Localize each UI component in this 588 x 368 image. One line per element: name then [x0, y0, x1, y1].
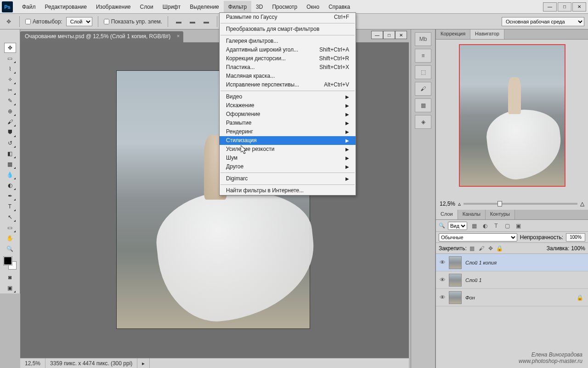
layer-row[interactable]: 👁Слой 1 [436, 271, 588, 289]
doc-maximize[interactable]: □ [383, 31, 395, 39]
filter-shape-icon[interactable]: ▢ [503, 222, 511, 230]
menu-item-найти-фильтры-в-интернете-[interactable]: Найти фильтры в Интернете... [220, 186, 356, 195]
quickmask-tool[interactable]: ◙ [4, 272, 16, 282]
align-center-icon[interactable]: ▬ [187, 17, 198, 27]
crop-tool[interactable]: ✂ [4, 85, 16, 95]
eraser-tool[interactable]: ◧ [4, 149, 16, 159]
menu-type[interactable]: Шрифт [158, 1, 185, 13]
document-tab[interactable]: Очарование мечты.psd @ 12,5% (Слой 1 коп… [20, 31, 183, 42]
styles-panel-icon[interactable]: ◈ [415, 115, 431, 129]
filter-pixel-icon[interactable]: ▦ [470, 222, 478, 230]
hand-tool[interactable]: ✋ [4, 233, 16, 243]
blur-tool[interactable]: 💧 [4, 170, 16, 180]
menu-filter[interactable]: Фильтр [224, 1, 251, 13]
menu-edit[interactable]: Редактирование [40, 1, 91, 13]
status-info[interactable]: 3359 пикс. x 4474 пикс. (300 ppi) [45, 358, 137, 368]
pen-tool[interactable]: ✒ [4, 191, 16, 201]
eyedropper-tool[interactable]: ✎ [4, 96, 16, 106]
lock-pixels-icon[interactable]: 🖌 [478, 245, 485, 252]
mini-bridge-icon[interactable]: Mb [415, 32, 431, 46]
layer-row[interactable]: 👁Фон🔒 [436, 289, 588, 306]
menu-item-галерея-фильтров-[interactable]: Галерея фильтров... [220, 37, 356, 46]
gradient-tool[interactable]: ▦ [4, 159, 16, 169]
foreground-color[interactable] [4, 257, 12, 265]
menu-item-размытие[interactable]: Размытие▶ [220, 119, 356, 127]
align-left-icon[interactable]: ▬ [174, 17, 184, 27]
tab-paths[interactable]: Контуры [486, 210, 515, 219]
menu-item-digimarc[interactable]: Digimarc▶ [220, 174, 356, 183]
tab-correction[interactable]: Коррекция [436, 29, 470, 39]
menu-item-масляная-краска-[interactable]: Масляная краска... [220, 72, 356, 80]
clone-stamp-tool[interactable]: ⛊ [4, 127, 16, 138]
menu-item-стилизация[interactable]: Стилизация▶ [220, 136, 356, 145]
swatches-panel-icon[interactable]: ▦ [415, 98, 431, 112]
layer-thumbnail[interactable] [449, 291, 462, 304]
autoselect-checkbox[interactable]: Автовыбор: [25, 18, 62, 25]
tab-navigator[interactable]: Навигатор [470, 29, 504, 39]
layer-name[interactable]: Слой 1 копия [465, 260, 497, 265]
menu-select[interactable]: Выделение [185, 1, 224, 13]
color-swatches[interactable] [4, 257, 17, 270]
tab-layers[interactable]: Слои [436, 210, 458, 219]
zoom-slider[interactable] [464, 203, 577, 205]
menu-image[interactable]: Изображение [91, 1, 136, 13]
autoselect-dropdown[interactable]: Слой [66, 17, 92, 26]
tab-channels[interactable]: Каналы [458, 210, 486, 219]
align-right-icon[interactable]: ▬ [201, 17, 211, 27]
menu-item-оформление[interactable]: Оформление▶ [220, 110, 356, 119]
layer-name[interactable]: Слой 1 [465, 277, 482, 283]
workspace-dropdown[interactable]: Основная рабочая среда [502, 17, 584, 26]
menu-item-коррекция-дисторсии-[interactable]: Коррекция дисторсии...Shift+Ctrl+R [220, 54, 356, 63]
properties-panel-icon[interactable]: ⬚ [415, 65, 431, 79]
marquee-tool[interactable]: ▭ [4, 53, 16, 63]
screenmode-tool[interactable]: ▣ [4, 283, 16, 293]
navigator-thumbnail[interactable] [459, 44, 565, 187]
fill-input[interactable]: 100% [571, 245, 585, 252]
lasso-tool[interactable]: ⌇ [4, 64, 16, 74]
menu-item-пластика-[interactable]: Пластика...Shift+Ctrl+X [220, 63, 356, 72]
menu-item-рендеринг[interactable]: Рендеринг▶ [220, 127, 356, 136]
history-brush-tool[interactable]: ↺ [4, 138, 16, 148]
menu-file[interactable]: Файл [17, 1, 40, 13]
dodge-tool[interactable]: ◐ [4, 180, 16, 190]
doc-minimize[interactable]: — [371, 31, 383, 39]
filter-adjust-icon[interactable]: ◐ [481, 222, 489, 230]
lock-all-icon[interactable]: 🔒 [496, 245, 503, 252]
menu-item-размытие-по-гауссу[interactable]: Размытие по ГауссуCtrl+F [220, 13, 356, 22]
menu-item-искажение[interactable]: Искажение▶ [220, 101, 356, 110]
zoom-in-icon[interactable]: △ [580, 201, 584, 207]
history-panel-icon[interactable]: ≡ [415, 49, 431, 63]
layer-row[interactable]: 👁Слой 1 копия [436, 254, 588, 271]
opacity-input[interactable]: 100% [566, 233, 585, 242]
move-tool[interactable]: ✥ [4, 43, 16, 53]
status-arrow[interactable]: ▸ [137, 358, 150, 368]
close-tab-icon[interactable]: × [177, 33, 180, 39]
visibility-icon[interactable]: 👁 [436, 259, 449, 266]
menu-item-преобразовать-для-смарт-фильтров[interactable]: Преобразовать для смарт-фильтров [220, 25, 356, 34]
zoom-out-icon[interactable]: ▵ [458, 201, 461, 207]
filter-smart-icon[interactable]: ▣ [514, 222, 522, 230]
close-button[interactable]: ✕ [572, 2, 586, 12]
lock-transparent-icon[interactable]: ▦ [469, 245, 476, 252]
zoom-tool[interactable]: 🔍 [4, 244, 16, 254]
layer-filter-dropdown[interactable]: Вид [448, 222, 467, 230]
menu-item-адаптивный-широкий-угол-[interactable]: Адаптивный широкий угол...Shift+Ctrl+A [220, 46, 356, 54]
lock-position-icon[interactable]: ✥ [487, 245, 494, 252]
brush-tool[interactable]: 🖌 [4, 117, 16, 127]
type-tool[interactable]: T [4, 201, 16, 212]
menu-item-другое[interactable]: Другое▶ [220, 162, 356, 171]
maximize-button[interactable]: □ [558, 2, 571, 12]
shape-tool[interactable]: ▭ [4, 223, 16, 233]
menu-layers[interactable]: Слои [136, 1, 158, 13]
menu-item-шум[interactable]: Шум▶ [220, 154, 356, 162]
path-select-tool[interactable]: ↖ [4, 212, 16, 222]
menu-item-видео[interactable]: Видео▶ [220, 92, 356, 101]
magic-wand-tool[interactable]: ✧ [4, 75, 16, 85]
menu-item-исправление-перспективы-[interactable]: Исправление перспективы...Alt+Ctrl+V [220, 80, 356, 89]
visibility-icon[interactable]: 👁 [436, 276, 449, 283]
healing-brush-tool[interactable]: ⊕ [4, 106, 16, 116]
layer-thumbnail[interactable] [449, 256, 462, 269]
filter-type-icon[interactable]: T [492, 222, 500, 230]
minimize-button[interactable]: — [543, 2, 557, 12]
brushes-panel-icon[interactable]: 🖌 [415, 82, 431, 96]
